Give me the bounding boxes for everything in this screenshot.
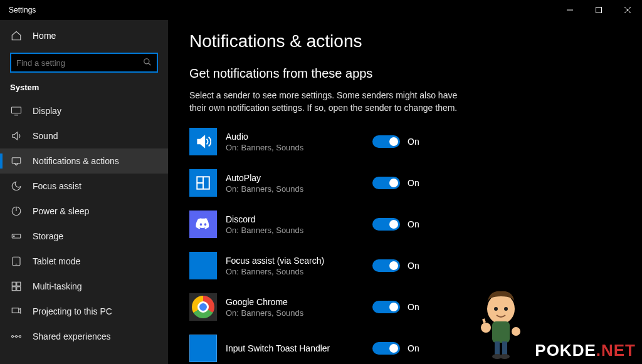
svg-rect-29 (492, 321, 510, 343)
app-row[interactable]: DiscordOn: Banners, SoundsOn (189, 211, 642, 238)
app-info: Google ChromeOn: Banners, Sounds (226, 297, 364, 318)
toggle-wrap: On (372, 218, 419, 231)
search-icon (143, 58, 152, 68)
app-row[interactable]: AudioOn: Banners, SoundsOn (189, 128, 642, 155)
svg-point-22 (19, 336, 21, 338)
app-info: Input Switch Toast Handler (226, 343, 364, 353)
sidebar-item-label: Tablet mode (33, 256, 80, 266)
app-subtitle: On: Banners, Sounds (226, 226, 364, 235)
app-row[interactable]: AutoPlayOn: Banners, SoundsOn (189, 169, 642, 197)
sidebar-item-storage[interactable]: Storage (0, 224, 168, 249)
toggle-switch[interactable] (372, 342, 400, 355)
svg-rect-6 (12, 107, 21, 113)
app-name: Input Switch Toast Handler (226, 343, 364, 353)
toggle-state-label: On (408, 261, 419, 271)
app-name: Focus assist (via Search) (226, 256, 364, 266)
watermark: POKDE.NET (470, 285, 636, 360)
app-icon (189, 169, 217, 197)
sidebar-section-label: System (0, 80, 168, 98)
section-title: Get notifications from these apps (189, 66, 642, 81)
svg-point-27 (494, 307, 498, 311)
toggle-state-label: On (408, 302, 419, 312)
svg-rect-30 (495, 341, 500, 355)
sound-icon (10, 130, 23, 142)
sidebar-item-moon[interactable]: Focus assist (0, 174, 168, 199)
app-icon (189, 293, 217, 321)
mascot-icon (470, 285, 532, 360)
app-info: Focus assist (via Search)On: Banners, So… (226, 256, 364, 276)
toggle-wrap: On (372, 301, 419, 313)
app-subtitle: On: Banners, Sounds (226, 184, 364, 194)
app-info: AutoPlayOn: Banners, Sounds (226, 173, 364, 194)
app-info: AudioOn: Banners, Sounds (226, 132, 364, 152)
sidebar-item-label: Focus assist (33, 181, 82, 191)
home-icon (10, 30, 23, 41)
sidebar-item-display[interactable]: Display (0, 98, 168, 123)
svg-rect-8 (12, 158, 21, 164)
watermark-text: POKDE.NET (535, 341, 636, 360)
sidebar-item-label: Multi-tasking (33, 281, 82, 291)
sidebar-item-label: Shared experiences (33, 331, 111, 341)
app-subtitle: On: Banners, Sounds (226, 143, 364, 152)
sidebar-item-label: Sound (33, 131, 58, 141)
share-icon (10, 331, 23, 342)
svg-point-35 (512, 327, 520, 336)
app-name: Google Chrome (226, 297, 364, 307)
home-button[interactable]: Home (0, 24, 168, 48)
page-title: Notifications & actions (189, 31, 642, 51)
app-subtitle: On: Banners, Sounds (226, 267, 364, 276)
toggle-state-label: On (408, 219, 419, 229)
app-row[interactable]: Focus assist (via Search)On: Banners, So… (189, 252, 642, 279)
search-input[interactable] (16, 58, 143, 68)
svg-point-33 (500, 354, 510, 359)
section-description: Select a sender to see more settings. So… (189, 90, 465, 114)
search-box[interactable] (10, 53, 158, 73)
app-icon (189, 335, 217, 362)
svg-point-34 (481, 323, 491, 333)
sidebar: Home System DisplaySoundNotifications & … (0, 20, 168, 364)
svg-rect-15 (12, 282, 16, 286)
sidebar-item-share[interactable]: Shared experiences (0, 324, 168, 349)
app-name: Discord (226, 214, 364, 224)
svg-rect-19 (12, 308, 19, 313)
app-icon (189, 211, 217, 238)
app-icon (189, 252, 217, 279)
toggle-switch[interactable] (372, 218, 400, 231)
multitask-icon (10, 281, 23, 292)
toggle-switch[interactable] (372, 259, 400, 272)
project-icon (10, 306, 23, 317)
svg-point-12 (14, 236, 15, 237)
sidebar-item-project[interactable]: Projecting to this PC (0, 299, 168, 324)
toggle-switch[interactable] (372, 301, 400, 313)
toggle-wrap: On (372, 342, 419, 355)
toggle-switch[interactable] (372, 135, 400, 148)
close-button[interactable] (613, 0, 642, 20)
toggle-state-label: On (408, 178, 419, 188)
sidebar-item-label: Notifications & actions (33, 156, 119, 166)
minimize-button[interactable] (555, 0, 584, 20)
svg-point-21 (16, 336, 18, 338)
sidebar-item-tablet[interactable]: Tablet mode (0, 249, 168, 274)
svg-point-20 (12, 336, 14, 338)
notifications-icon (10, 155, 23, 167)
maximize-button[interactable] (584, 0, 613, 20)
sidebar-item-label: Display (33, 106, 61, 116)
moon-icon (10, 180, 23, 192)
app-subtitle: On: Banners, Sounds (226, 308, 364, 318)
sidebar-item-label: Storage (33, 231, 63, 241)
app-name: Audio (226, 132, 364, 142)
display-icon (10, 105, 23, 117)
sidebar-item-multitask[interactable]: Multi-tasking (0, 274, 168, 299)
toggle-state-label: On (408, 137, 419, 147)
svg-point-28 (504, 307, 508, 311)
svg-rect-16 (17, 282, 21, 286)
toggle-wrap: On (372, 259, 419, 272)
sidebar-item-notifications[interactable]: Notifications & actions (0, 148, 168, 174)
window-title: Settings (0, 6, 36, 14)
svg-point-26 (487, 294, 515, 324)
sidebar-item-sound[interactable]: Sound (0, 123, 168, 148)
toggle-switch[interactable] (372, 177, 400, 189)
storage-icon (10, 231, 23, 242)
home-label: Home (33, 31, 56, 41)
sidebar-item-power[interactable]: Power & sleep (0, 199, 168, 224)
